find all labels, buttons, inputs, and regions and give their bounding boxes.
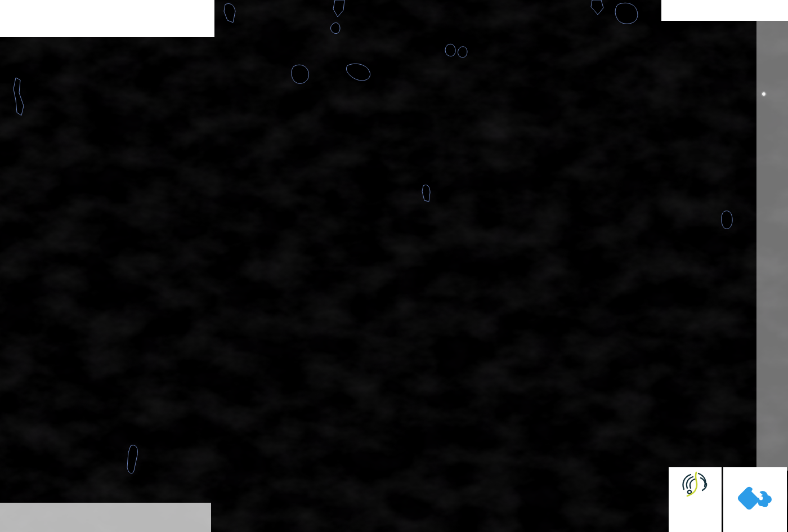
distance-scalebar [0, 503, 211, 532]
mountain-cloud-logo-icon [733, 481, 777, 518]
map-title-box [0, 0, 214, 37]
snowgrid-logo-box [723, 467, 787, 532]
geosphere-logo-icon [679, 470, 711, 501]
hillshade-texture-2 [0, 0, 788, 532]
scalebar-ruler [0, 508, 211, 532]
colorbar-label-backdrop [756, 0, 788, 471]
model-label [661, 0, 788, 21]
weather-map-page [0, 0, 788, 532]
geosphere-logo-box [669, 467, 722, 532]
city-marker-berchtesgaden [761, 91, 767, 97]
snowfall-limit-map [0, 0, 788, 532]
